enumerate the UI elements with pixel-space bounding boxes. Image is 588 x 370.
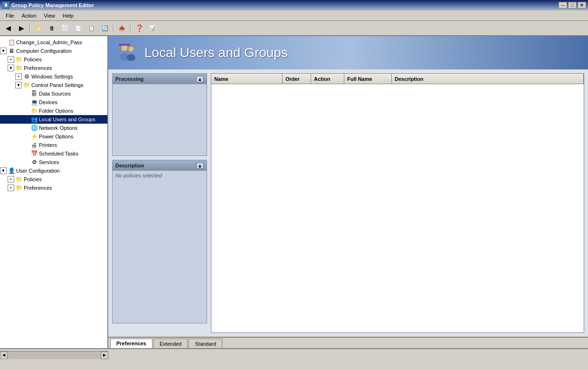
forward-button[interactable]: ▶ — [15, 22, 28, 34]
processing-section: Processing ▲ — [112, 73, 207, 156]
bottom-tabs: Preferences Extended Standard — [108, 337, 588, 348]
tree-item-folder-options[interactable]: 📁 Folder Options — [0, 107, 107, 115]
tree-item-control-panel[interactable]: ▼ 📁 Control Panel Settings — [0, 81, 107, 89]
title-bar-icon: 🖥 — [2, 1, 9, 9]
properties-button[interactable]: 📋 — [85, 22, 98, 34]
menu-view[interactable]: View — [40, 12, 59, 19]
minimize-button[interactable]: ─ — [559, 2, 567, 9]
local-users-icon: 👥 — [30, 116, 38, 123]
tree-item-policies[interactable]: + 📁 Policies — [0, 55, 107, 64]
tree-label-devices: Devices — [39, 99, 57, 105]
new-button[interactable]: 📄 — [72, 22, 85, 34]
tree-item-services[interactable]: ⚙ Services — [0, 158, 107, 166]
view-button[interactable]: 📊 — [146, 22, 159, 34]
toggle-user-policies[interactable]: + — [8, 176, 14, 183]
right-header: Local Users and Groups — [108, 36, 588, 69]
table-body — [211, 84, 584, 332]
tree-label-change-local: Change_Local_Admin_Pass — [16, 39, 82, 45]
tree-item-power-options[interactable]: ⚡ Power Options — [0, 132, 107, 141]
tree-label-policies: Policies — [24, 57, 42, 62]
toggle-user-preferences[interactable]: + — [8, 185, 14, 191]
tree-item-devices[interactable]: 💻 Devices — [0, 98, 107, 107]
tree-label-user-preferences: Preferences — [24, 185, 52, 191]
window-title: Group Policy Management Editor — [11, 2, 94, 8]
processing-collapse-btn[interactable]: ▲ — [196, 76, 204, 82]
col-order[interactable]: Order — [283, 74, 311, 84]
processing-title: Processing — [115, 76, 143, 82]
svg-point-3 — [127, 54, 135, 61]
scheduled-tasks-icon: 📅 — [30, 150, 38, 157]
tab-preferences[interactable]: Preferences — [110, 339, 152, 348]
toolbar-separator-3 — [130, 23, 131, 33]
tree-label-power-options: Power Options — [39, 134, 73, 139]
tree-label-preferences: Preferences — [24, 65, 52, 71]
tree-item-scheduled-tasks[interactable]: 📅 Scheduled Tasks — [0, 149, 107, 158]
data-sources-icon: 🗄 — [30, 90, 38, 97]
user-preferences-icon: 📁 — [15, 184, 23, 192]
up-button[interactable]: 📁 — [32, 22, 45, 34]
change-local-icon: 📋 — [8, 39, 15, 46]
close-button[interactable]: ✕ — [578, 2, 586, 9]
tree-item-user-preferences[interactable]: + 📁 Preferences — [0, 184, 107, 192]
toggle-policies[interactable]: + — [8, 56, 14, 63]
left-panel: Processing ▲ Description ▲ No policies s… — [112, 73, 207, 333]
computer-config-icon: 🖥 — [8, 47, 15, 55]
tree-item-data-sources[interactable]: 🗄 Data Sources — [0, 89, 107, 98]
user-config-icon: 👤 — [8, 167, 15, 175]
tree-item-windows-settings[interactable]: + ⚙ Windows Settings — [0, 72, 107, 81]
toggle-button[interactable]: ⬜ — [59, 22, 71, 34]
back-button[interactable]: ◀ — [2, 22, 14, 34]
toggle-computer-config[interactable]: ▼ — [0, 48, 7, 54]
tree-item-user-config[interactable]: ▼ 👤 User Configuration — [0, 166, 107, 175]
toggle-preferences[interactable]: ▼ — [8, 65, 14, 71]
toggle-windows-settings[interactable]: + — [15, 73, 22, 80]
tab-extended[interactable]: Extended — [153, 339, 188, 348]
preferences-icon: 📁 — [15, 64, 23, 72]
tree-label-printers: Printers — [39, 142, 57, 148]
col-description[interactable]: Description — [392, 74, 584, 84]
tab-standard[interactable]: Standard — [189, 339, 222, 348]
col-fullname[interactable]: Full Name — [344, 74, 392, 84]
col-name[interactable]: Name — [211, 74, 283, 84]
menu-bar: File Action View Help — [0, 10, 588, 21]
tree-label-services: Services — [39, 159, 59, 165]
power-options-icon: ⚡ — [30, 133, 38, 140]
tree-label-local-users: Local Users and Groups — [39, 117, 95, 122]
col-action[interactable]: Action — [311, 74, 344, 84]
devices-icon: 💻 — [30, 98, 38, 106]
processing-section-header: Processing ▲ — [113, 74, 207, 84]
show-hide-button[interactable]: 🗑 — [46, 22, 58, 34]
description-section: Description ▲ No policies selected — [112, 160, 207, 323]
description-collapse-btn[interactable]: ▲ — [196, 162, 204, 169]
description-body: No policies selected — [113, 171, 207, 323]
tree-item-local-users[interactable]: 👥 Local Users and Groups — [0, 115, 107, 124]
svg-point-2 — [128, 46, 134, 52]
tree-item-printers[interactable]: 🖨 Printers — [0, 141, 107, 149]
tree-item-computer-config[interactable]: ▼ 🖥 Computer Configuration — [0, 47, 107, 55]
help-button[interactable]: ❓ — [133, 22, 145, 34]
maximize-button[interactable]: □ — [568, 2, 577, 9]
toolbar: ◀ ▶ 📁 🗑 ⬜ 📄 📋 🔄 📤 ❓ 📊 — [0, 21, 588, 36]
tree-item-network-options[interactable]: 🌐 Network Options — [0, 124, 107, 132]
tree-item-change-local[interactable]: 📋 Change_Local_Admin_Pass — [0, 38, 107, 47]
policies-icon: 📁 — [15, 56, 23, 63]
refresh-button[interactable]: 🔄 — [99, 22, 111, 34]
table-header: Name Order Action Full Name Description — [211, 74, 584, 84]
menu-action[interactable]: Action — [18, 12, 40, 19]
svg-point-0 — [121, 45, 128, 51]
svg-rect-4 — [119, 44, 130, 46]
menu-help[interactable]: Help — [59, 12, 77, 19]
export-button[interactable]: 📤 — [116, 22, 128, 34]
menu-file[interactable]: File — [2, 12, 18, 19]
title-bar-left: 🖥 Group Policy Management Editor — [2, 1, 94, 9]
tree-item-preferences[interactable]: ▼ 📁 Preferences — [0, 64, 107, 72]
tree-label-data-sources: Data Sources — [39, 91, 71, 97]
tree-label-control-panel: Control Panel Settings — [31, 82, 83, 88]
toggle-user-config[interactable]: ▼ — [0, 167, 7, 174]
processing-body — [113, 84, 207, 156]
tree-item-user-policies[interactable]: + 📁 Policies — [0, 175, 107, 184]
folder-options-icon: 📁 — [30, 107, 38, 115]
right-content: Processing ▲ Description ▲ No policies s… — [108, 69, 588, 337]
tree-label-windows-settings: Windows Settings — [31, 74, 73, 79]
toggle-control-panel[interactable]: ▼ — [15, 82, 22, 88]
